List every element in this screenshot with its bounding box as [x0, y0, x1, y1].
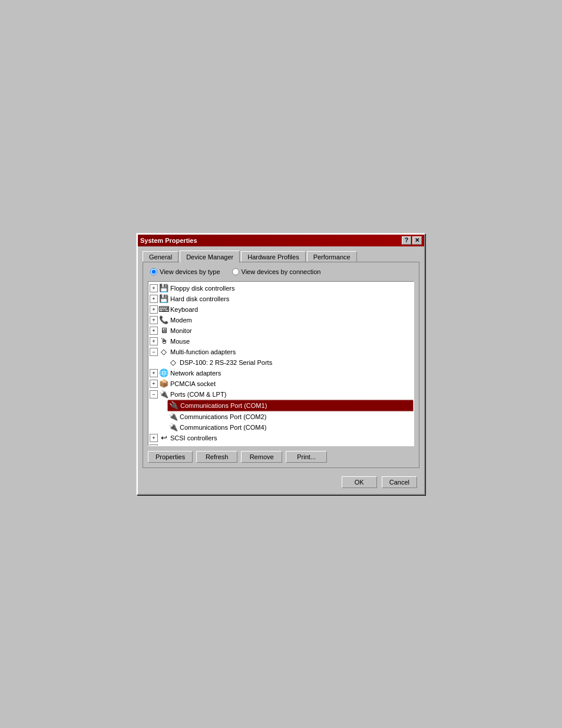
print-button[interactable]: Print... — [286, 451, 327, 463]
radio-by-type[interactable] — [150, 268, 157, 275]
list-item[interactable]: + 📦 PCMCIA socket — [148, 378, 414, 389]
pcmcia-icon: 📦 — [159, 379, 168, 388]
expand-multifunction-icon[interactable]: − — [150, 348, 158, 356]
action-buttons-row: Properties Refresh Remove Print... — [148, 451, 414, 463]
expand-harddisk-icon[interactable]: + — [150, 295, 158, 303]
expand-keyboard-icon[interactable]: + — [150, 305, 158, 314]
close-button[interactable]: ✕ — [412, 236, 422, 245]
dsp-icon: ◇ — [168, 358, 178, 367]
list-item[interactable]: + 📞 Modem — [148, 315, 414, 325]
modem-icon: 📞 — [159, 315, 168, 325]
dialog-title: System Properties — [140, 237, 197, 244]
list-item[interactable]: 🔌 Communications Port (COM4) — [167, 422, 414, 433]
radio-by-connection[interactable] — [232, 268, 239, 275]
mouse-icon: 🖱 — [159, 337, 168, 346]
remove-button[interactable]: Remove — [241, 451, 282, 463]
title-bar: System Properties ? ✕ — [138, 235, 424, 246]
expand-modem-icon[interactable]: + — [150, 316, 158, 324]
list-item[interactable]: + 🌐 Network adapters — [148, 368, 414, 378]
expand-sysdevices-icon[interactable]: + — [150, 444, 158, 446]
list-item[interactable]: − 🔌 Ports (COM & LPT) — [148, 389, 414, 400]
dialog-content: General Device Manager Hardware Profiles… — [138, 246, 424, 494]
expand-monitor-icon[interactable]: + — [150, 327, 158, 335]
network-icon: 🌐 — [159, 368, 168, 378]
list-item[interactable]: + 💾 Floppy disk controllers — [148, 283, 414, 294]
expand-pcmcia-icon[interactable]: + — [150, 380, 158, 388]
system-properties-dialog: System Properties ? ✕ General Device Man… — [137, 233, 425, 495]
list-item[interactable]: 🔌 Communications Port (COM2) — [167, 411, 414, 422]
ok-button[interactable]: OK — [342, 476, 377, 488]
harddisk-icon: 💾 — [159, 294, 168, 304]
view-options-row: View devices by type View devices by con… — [148, 267, 414, 276]
radio-by-connection-label[interactable]: View devices by connection — [232, 268, 321, 275]
monitor-icon: 🖥 — [159, 326, 168, 335]
multifunction-icon: ◇ — [159, 347, 168, 357]
expand-ports-icon[interactable]: − — [150, 390, 158, 398]
list-item-com1[interactable]: 🔌 Communications Port (COM1) — [167, 400, 414, 411]
tab-general[interactable]: General — [143, 251, 178, 263]
radio-by-type-label[interactable]: View devices by type — [150, 268, 220, 275]
list-item[interactable]: + 💾 Hard disk controllers — [148, 294, 414, 304]
com1-icon: 🔌 — [169, 401, 178, 410]
tab-device-manager[interactable]: Device Manager — [180, 251, 240, 263]
list-item[interactable]: + ↩ SCSI controllers — [148, 433, 414, 443]
ok-cancel-row: OK Cancel — [143, 474, 419, 489]
device-list-container[interactable]: + 💾 Floppy disk controllers + 💾 Hard dis… — [148, 281, 414, 446]
cancel-button[interactable]: Cancel — [382, 476, 417, 488]
floppy-icon: 💾 — [159, 284, 168, 293]
refresh-button[interactable]: Refresh — [196, 451, 237, 463]
help-button[interactable]: ? — [402, 236, 411, 245]
expand-floppy-icon[interactable]: + — [150, 284, 158, 292]
list-item[interactable]: + ⌨ Keyboard — [148, 304, 414, 315]
scsi-icon: ↩ — [159, 433, 168, 443]
tab-performance[interactable]: Performance — [307, 251, 357, 263]
tabs-row: General Device Manager Hardware Profiles… — [143, 250, 419, 262]
com2-icon: 🔌 — [168, 412, 178, 421]
title-bar-buttons: ? ✕ — [402, 236, 422, 245]
sysdevices-icon: 🖥 — [159, 444, 168, 446]
tab-hardware-profiles[interactable]: Hardware Profiles — [241, 251, 305, 263]
properties-button[interactable]: Properties — [148, 451, 193, 463]
list-item[interactable]: + 🖱 Mouse — [148, 336, 414, 347]
list-item[interactable]: ◇ DSP-100: 2 RS-232 Serial Ports — [167, 357, 414, 368]
list-item[interactable]: − ◇ Multi-function adapters — [148, 347, 414, 357]
keyboard-icon: ⌨ — [159, 305, 168, 314]
expand-network-icon[interactable]: + — [150, 369, 158, 377]
com4-icon: 🔌 — [168, 423, 178, 432]
list-item[interactable]: + 🖥 System devices — [148, 443, 414, 446]
tab-content-device-manager: View devices by type View devices by con… — [143, 262, 419, 468]
device-list: + 💾 Floppy disk controllers + 💾 Hard dis… — [148, 282, 414, 446]
expand-mouse-icon[interactable]: + — [150, 337, 158, 345]
expand-scsi-icon[interactable]: + — [150, 434, 158, 442]
list-item[interactable]: + 🖥 Monitor — [148, 325, 414, 336]
ports-icon: 🔌 — [159, 390, 168, 399]
